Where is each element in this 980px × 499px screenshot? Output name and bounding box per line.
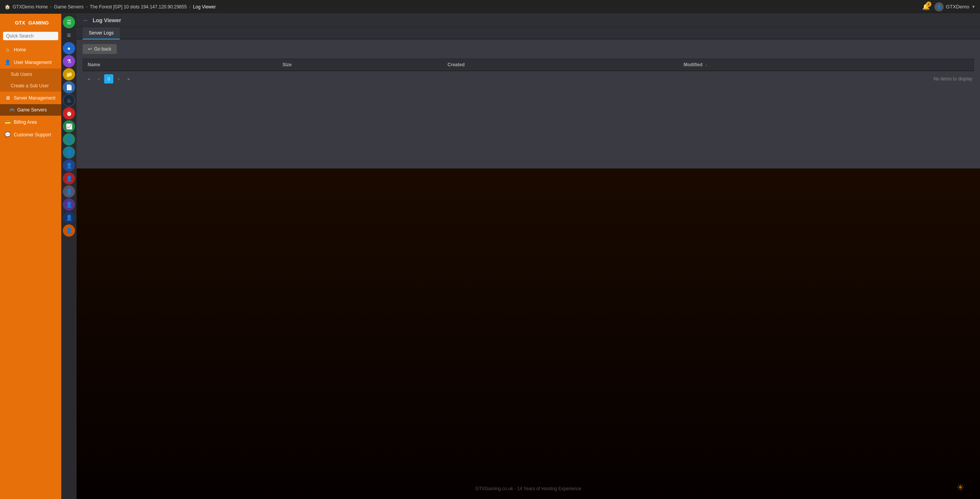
sidebar: [ GTX ] GAMING ⌂ Home 👤 User Management … <box>0 14 61 499</box>
blue-dot-icon[interactable]: ● <box>63 42 75 54</box>
table-header: Name Size Created Modified ↓ <box>83 59 973 71</box>
sidebar-item-user-management[interactable]: 👤 User Management <box>0 56 61 69</box>
gaming-text: GAMING <box>28 20 49 26</box>
breadcrumb-home[interactable]: GTXDemo Home <box>13 4 48 10</box>
pagination-next[interactable]: › <box>114 74 123 83</box>
clock-icon[interactable]: ⏰ <box>63 107 75 119</box>
user7-icon[interactable]: 👤 <box>63 211 75 224</box>
pagination-page[interactable]: 0 <box>104 74 113 83</box>
sidebar-item-sub-users[interactable]: Sub Users <box>0 69 61 80</box>
logo-area: [ GTX ] GAMING <box>0 17 61 29</box>
server-mgmt-label: Server Management <box>14 95 56 101</box>
sidebar-nav: ⌂ Home 👤 User Management Sub Users Creat… <box>0 43 61 499</box>
pagination-prev[interactable]: ‹ <box>94 74 103 83</box>
folder-icon[interactable]: 📁 <box>63 68 75 80</box>
gtx-logo: [ GTX ] GAMING <box>13 20 49 26</box>
flask-icon[interactable]: ⚗ <box>63 55 75 67</box>
document-icon[interactable]: 📄 <box>63 81 75 93</box>
user5-icon[interactable]: 👤 <box>63 185 75 198</box>
breadcrumb: 🏠 GTXDemo Home › Game Servers › The Fore… <box>5 4 922 10</box>
user-avatar: 👤 <box>934 2 944 11</box>
sidebar-item-billing[interactable]: 💳 Billing Area <box>0 116 61 128</box>
content-area: ↩ Go back Name Size Created <box>77 39 980 91</box>
breadcrumb-game-servers[interactable]: Game Servers <box>54 4 83 10</box>
user1-icon[interactable]: 👤 <box>63 133 75 146</box>
user-menu[interactable]: 👤 GTXDemo ▼ <box>934 2 975 11</box>
user8-icon[interactable]: 👤 <box>63 224 75 237</box>
breadcrumb-sep-1: › <box>50 4 52 10</box>
chart-icon[interactable]: 📈 <box>63 120 75 133</box>
menu-lines-icon[interactable]: ≡ <box>63 29 75 41</box>
log-table-wrapper[interactable]: Name Size Created Modified ↓ <box>83 59 974 71</box>
top-right-area: 🔔 1 👤 GTXDemo ▼ <box>922 2 975 11</box>
user-mgmt-icon: 👤 <box>5 59 11 65</box>
billing-icon: 💳 <box>5 119 11 125</box>
user2-icon[interactable]: 👤 <box>63 146 75 159</box>
game-servers-icon: 🎮 <box>9 107 15 113</box>
home-nav-label: Home <box>14 47 26 52</box>
user6-icon[interactable]: 👤 <box>63 198 75 211</box>
sidebar-item-home[interactable]: ⌂ Home <box>0 43 61 56</box>
pagination-first[interactable]: « <box>84 74 93 83</box>
game-servers-label: Game Servers <box>17 107 47 113</box>
bracket-left: [ <box>13 20 14 26</box>
notifications-bell[interactable]: 🔔 1 <box>922 3 930 10</box>
breadcrumb-sep-2: › <box>86 4 87 10</box>
back-arrow-icon: ← <box>83 17 89 24</box>
footer-background: GTXGaming.co.uk - 14 Years of Hosting Ex… <box>77 169 980 499</box>
breadcrumb-sep-3: › <box>189 4 191 10</box>
home-icon: 🏠 <box>5 4 10 10</box>
sort-icon: ↓ <box>705 63 707 67</box>
tabs-row: Server Logs <box>77 27 980 39</box>
toggle-icon[interactable]: ☰ <box>63 16 75 28</box>
go-back-button[interactable]: ↩ Go back <box>83 44 117 54</box>
sidebar-item-create-sub-user[interactable]: Create a Sub User <box>0 80 61 92</box>
bracket-right: ] <box>26 20 28 26</box>
col-size: Size <box>278 59 443 71</box>
footer-text: GTXGaming.co.uk - 14 Years of Hosting Ex… <box>475 486 581 491</box>
sun-icon: ☀ <box>956 482 965 493</box>
sidebar-item-game-servers[interactable]: 🎮 Game Servers <box>0 104 61 116</box>
support-label: Customer Support <box>14 132 51 137</box>
main-content: ← Log Viewer Server Logs ↩ Go back Name … <box>77 14 980 499</box>
go-back-arrow-icon: ↩ <box>88 46 92 52</box>
col-modified[interactable]: Modified ↓ <box>679 59 973 71</box>
sidebar-item-server-management[interactable]: 🖥 Server Management <box>0 92 61 104</box>
steam-icon[interactable]: ♨ <box>63 94 75 106</box>
user-mgmt-label: User Management <box>14 60 52 65</box>
col-name: Name <box>83 59 278 71</box>
col-created: Created <box>443 59 679 71</box>
server-management-subnav: 🎮 Game Servers <box>0 104 61 116</box>
home-nav-icon: ⌂ <box>5 47 11 52</box>
search-input[interactable] <box>3 32 58 40</box>
top-nav: 🏠 GTXDemo Home › Game Servers › The Fore… <box>0 0 980 14</box>
no-items-label: No items to display <box>934 76 972 82</box>
pagination-controls: « ‹ 0 › » <box>84 74 133 83</box>
chevron-down-icon: ▼ <box>972 5 975 9</box>
user-management-subnav: Sub Users Create a Sub User <box>0 69 61 92</box>
pagination-last[interactable]: » <box>124 74 133 83</box>
user4-icon[interactable]: 👤 <box>63 172 75 185</box>
tab-server-logs[interactable]: Server Logs <box>83 27 120 39</box>
billing-label: Billing Area <box>14 119 37 125</box>
notification-badge: 1 <box>926 2 931 7</box>
user3-icon[interactable]: 👤 <box>63 159 75 172</box>
support-icon: 💬 <box>5 132 11 137</box>
breadcrumb-server[interactable]: The Forest [GP] 10 slots 194.147.120.90:… <box>90 4 187 10</box>
sidebar-item-customer-support[interactable]: 💬 Customer Support <box>0 128 61 141</box>
breadcrumb-current: Log Viewer <box>193 4 216 10</box>
page-header: ← Log Viewer <box>77 14 980 27</box>
go-back-label: Go back <box>94 46 111 52</box>
log-table: Name Size Created Modified ↓ <box>83 59 973 71</box>
user-label: GTXDemo <box>946 4 969 10</box>
icon-sidebar: ☰ ≡ ● ⚗ 📁 📄 ♨ ⏰ 📈 👤 👤 👤 👤 👤 👤 👤 👤 <box>61 14 77 499</box>
pagination: « ‹ 0 › » No items to display <box>83 71 974 87</box>
page-title: Log Viewer <box>93 17 121 23</box>
gtx-text: GTX <box>15 20 25 26</box>
server-mgmt-icon: 🖥 <box>5 95 11 101</box>
